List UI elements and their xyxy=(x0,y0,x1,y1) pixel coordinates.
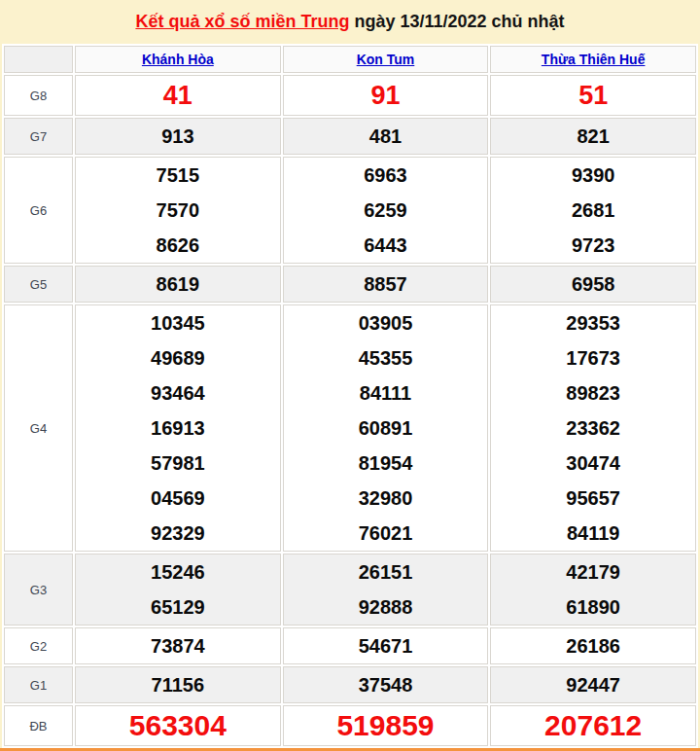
prize-row-g1: G1 71156 37548 92447 xyxy=(4,666,696,703)
prize-cell: 71156 xyxy=(75,666,281,703)
prize-label-g2: G2 xyxy=(4,627,73,664)
prize-cell: 51 xyxy=(490,75,696,116)
prize-cell: 91 xyxy=(283,75,489,116)
prize-cell: 92447 xyxy=(490,666,696,703)
prize-value: 92447 xyxy=(491,667,695,702)
prize-value: 8857 xyxy=(284,267,488,302)
prize-cell: 10345 49689 93464 16913 57981 04569 9232… xyxy=(75,304,281,552)
results-table: Khánh Hòa Kon Tum Thừa Thiên Huế G8 41 9… xyxy=(2,44,698,748)
prize-cell: 207612 xyxy=(490,705,696,746)
prize-value: 49689 xyxy=(76,340,280,376)
prize-row-db: ĐB 563304 519859 207612 xyxy=(4,705,696,746)
prize-value: 913 xyxy=(76,119,280,154)
prize-value: 84119 xyxy=(491,516,695,551)
prize-value: 6259 xyxy=(284,193,488,228)
prize-value: 17673 xyxy=(491,340,695,376)
prize-value: 6958 xyxy=(491,267,695,302)
prize-value: 9723 xyxy=(491,228,695,263)
prize-value: 92329 xyxy=(76,516,280,551)
prize-cell: 15246 65129 xyxy=(75,554,281,626)
prize-cell: 563304 xyxy=(75,705,281,746)
prize-value: 60891 xyxy=(284,411,488,446)
prize-value: 71156 xyxy=(76,667,280,702)
prize-value: 30474 xyxy=(491,446,695,481)
province-link-kon-tum[interactable]: Kon Tum xyxy=(357,52,415,67)
prize-value: 29353 xyxy=(491,305,695,340)
prize-cell: 7515 7570 8626 xyxy=(75,157,281,264)
prize-value: 23362 xyxy=(491,411,695,446)
prize-label-g8: G8 xyxy=(4,75,73,116)
prize-cell: 73874 xyxy=(75,627,281,664)
prize-value: 821 xyxy=(491,119,695,154)
prize-value: 32980 xyxy=(284,481,488,516)
prize-value: 26186 xyxy=(491,628,695,663)
prize-cell: 9390 2681 9723 xyxy=(490,157,696,264)
prize-cell: 6963 6259 6443 xyxy=(283,157,489,264)
prize-value: 6963 xyxy=(284,158,488,193)
prize-value: 95657 xyxy=(491,481,695,516)
prize-label-g4: G4 xyxy=(4,304,73,552)
prize-value: 89823 xyxy=(491,376,695,411)
prize-value: 7570 xyxy=(76,193,280,228)
prize-value: 26151 xyxy=(284,554,488,590)
prize-value: 563304 xyxy=(76,706,280,745)
prize-value: 6443 xyxy=(284,228,488,263)
prize-value: 93464 xyxy=(76,376,280,411)
prize-value: 519859 xyxy=(284,706,488,745)
prize-value: 8619 xyxy=(76,267,280,302)
prize-cell: 519859 xyxy=(283,705,489,746)
header-corner-cell xyxy=(4,46,73,73)
prize-row-g8: G8 41 91 51 xyxy=(4,75,696,116)
prize-value: 2681 xyxy=(491,193,695,228)
prize-row-g2: G2 73874 54671 26186 xyxy=(4,627,696,664)
prize-value: 42179 xyxy=(491,554,695,590)
prize-row-g4: G4 10345 49689 93464 16913 57981 04569 9… xyxy=(4,304,696,552)
prize-value: 84111 xyxy=(284,376,488,411)
prize-cell: 37548 xyxy=(283,666,489,703)
prize-cell: 821 xyxy=(490,118,696,155)
prize-value: 57981 xyxy=(76,446,280,481)
prize-value: 45355 xyxy=(284,340,488,376)
prize-label-g5: G5 xyxy=(4,266,73,303)
prize-value: 76021 xyxy=(284,516,488,551)
prize-row-g6: G6 7515 7570 8626 6963 6259 6443 9390 26… xyxy=(4,157,696,264)
province-link-khanh-hoa[interactable]: Khánh Hòa xyxy=(142,52,214,67)
prize-value: 03905 xyxy=(284,305,488,340)
prize-value: 54671 xyxy=(284,628,488,663)
prize-value: 15246 xyxy=(76,554,280,590)
prize-label-g1: G1 xyxy=(4,666,73,703)
prize-value: 481 xyxy=(284,119,488,154)
prize-row-g7: G7 913 481 821 xyxy=(4,118,696,155)
prize-value: 81954 xyxy=(284,446,488,481)
prize-value: 92888 xyxy=(284,590,488,625)
prize-value: 41 xyxy=(76,76,280,115)
prize-value: 61890 xyxy=(491,590,695,625)
prize-value: 51 xyxy=(491,76,695,115)
prize-cell: 26151 92888 xyxy=(283,554,489,626)
prize-cell: 8857 xyxy=(283,266,489,303)
prize-cell: 8619 xyxy=(75,266,281,303)
header-row: Khánh Hòa Kon Tum Thừa Thiên Huế xyxy=(4,46,696,73)
prize-row-g5: G5 8619 8857 6958 xyxy=(4,266,696,303)
prize-label-g7: G7 xyxy=(4,118,73,155)
prize-value: 207612 xyxy=(491,706,695,745)
prize-label-g6: G6 xyxy=(4,157,73,264)
prize-row-g3: G3 15246 65129 26151 92888 42179 61890 xyxy=(4,554,696,626)
prize-value: 73874 xyxy=(76,628,280,663)
prize-cell: 03905 45355 84111 60891 81954 32980 7602… xyxy=(283,304,489,552)
page-title: Kết quả xổ số miền Trung ngày 13/11/2022… xyxy=(0,0,700,44)
prize-cell: 42179 61890 xyxy=(490,554,696,626)
title-date-text: ngày 13/11/2022 chủ nhật xyxy=(349,12,564,32)
province-link-thua-thien-hue[interactable]: Thừa Thiên Huế xyxy=(542,52,646,67)
prize-cell: 54671 xyxy=(283,627,489,664)
prize-value: 8626 xyxy=(76,228,280,263)
prize-value: 9390 xyxy=(491,158,695,193)
column-header-khanh-hoa: Khánh Hòa xyxy=(75,46,281,73)
column-header-kon-tum: Kon Tum xyxy=(283,46,489,73)
prize-cell: 913 xyxy=(75,118,281,155)
prize-cell: 41 xyxy=(75,75,281,116)
prize-cell: 6958 xyxy=(490,266,696,303)
prize-label-g3: G3 xyxy=(4,554,73,626)
title-region-link[interactable]: Kết quả xổ số miền Trung xyxy=(135,12,349,32)
prize-value: 10345 xyxy=(76,305,280,340)
